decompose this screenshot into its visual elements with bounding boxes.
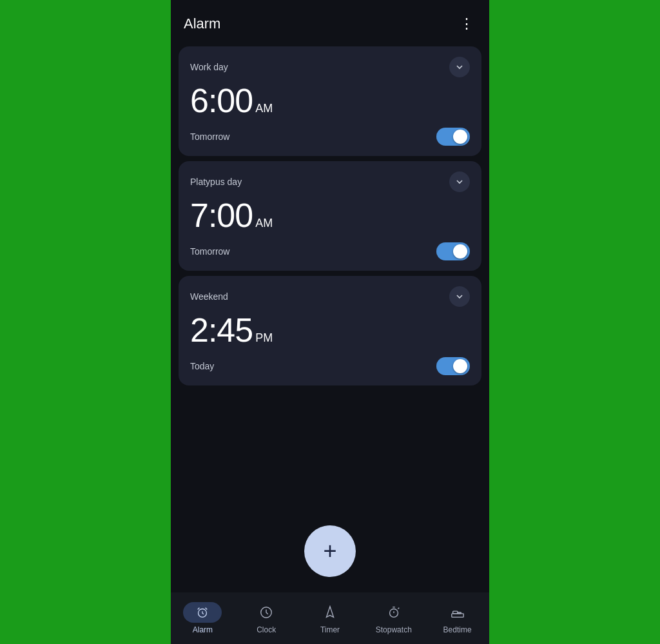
alarm-2-label: Platypus day (190, 177, 242, 187)
alarm-3-when: Today (190, 361, 214, 371)
alarm-1-footer: Tomorrow (190, 128, 470, 146)
alarm-3-toggle-knob (453, 359, 467, 373)
phone-screen: Alarm ⋮ Work day 6:00 AM Tomorrow (171, 0, 489, 644)
timer-icon (323, 605, 337, 620)
alarm-2-ampm: AM (255, 217, 273, 230)
tab-bedtime[interactable]: Bedtime (425, 602, 489, 634)
clock-tab-icon-wrap (247, 602, 286, 623)
alarm-1-ampm: AM (255, 102, 273, 115)
alarm-1-label: Work day (190, 62, 228, 72)
alarm-1-time-main: 6:00 (190, 81, 253, 120)
alarm-1-toggle-knob (453, 130, 467, 144)
tab-stopwatch[interactable]: Stopwatch (362, 602, 425, 634)
alarm-icon (195, 605, 209, 620)
timer-tab-icon-wrap (311, 602, 349, 623)
tab-clock[interactable]: Clock (235, 602, 298, 634)
alarm-card-1: Work day 6:00 AM Tomorrow (179, 46, 481, 156)
alarm-3-ampm: PM (255, 331, 273, 345)
svg-rect-9 (452, 611, 457, 614)
tab-stopwatch-label: Stopwatch (376, 625, 412, 634)
svg-line-1 (198, 608, 200, 610)
chevron-down-icon (454, 291, 465, 302)
chevron-down-icon (454, 177, 465, 187)
tab-alarm[interactable]: Alarm (171, 602, 235, 634)
alarm-1-toggle[interactable] (436, 128, 470, 146)
alarm-card-3: Weekend 2:45 PM Today (179, 276, 481, 385)
menu-button[interactable]: ⋮ (457, 13, 476, 35)
alarm-3-expand-button[interactable] (449, 286, 470, 307)
alarm-1-when: Tomorrow (190, 132, 229, 142)
app-header: Alarm ⋮ (171, 0, 489, 41)
tab-bedtime-label: Bedtime (443, 625, 472, 634)
tab-alarm-label: Alarm (193, 625, 213, 634)
chevron-down-icon (454, 62, 465, 72)
alarm-3-time: 2:45 PM (190, 311, 470, 349)
alarm-3-toggle[interactable] (436, 357, 470, 375)
alarm-3-time-main: 2:45 (190, 311, 253, 349)
page-title: Alarm (184, 15, 220, 32)
alarm-card-3-header: Weekend (190, 286, 470, 307)
alarm-2-expand-button[interactable] (449, 171, 470, 192)
tab-timer[interactable]: Timer (298, 602, 362, 634)
svg-rect-8 (451, 614, 463, 618)
alarm-2-time: 7:00 AM (190, 196, 470, 235)
alarm-1-expand-button[interactable] (449, 57, 470, 77)
tab-timer-label: Timer (320, 625, 340, 634)
stopwatch-icon (387, 605, 401, 620)
svg-marker-4 (326, 607, 333, 618)
fab-container: + (171, 515, 489, 592)
alarm-card-2: Platypus day 7:00 AM Tomorrow (179, 161, 481, 271)
alarm-2-toggle-knob (453, 244, 467, 259)
tab-clock-label: Clock (257, 625, 276, 634)
clock-icon (259, 605, 273, 620)
svg-line-2 (206, 608, 208, 610)
alarm-2-toggle[interactable] (436, 242, 470, 260)
svg-line-7 (398, 608, 399, 609)
bedtime-tab-icon-wrap (438, 602, 477, 623)
alarm-2-footer: Tomorrow (190, 242, 470, 260)
alarm-2-when: Tomorrow (190, 246, 229, 257)
bottom-navigation: Alarm Clock Timer (171, 592, 489, 644)
alarm-3-footer: Today (190, 357, 470, 375)
stopwatch-tab-icon-wrap (374, 602, 413, 623)
add-alarm-button[interactable]: + (304, 525, 356, 577)
alarm-1-time: 6:00 AM (190, 81, 470, 120)
alarm-3-label: Weekend (190, 291, 228, 302)
alarm-card-2-header: Platypus day (190, 171, 470, 192)
bedtime-icon (451, 605, 465, 620)
alarm-card-1-header: Work day (190, 57, 470, 77)
alarm-tab-icon-wrap (183, 602, 222, 623)
add-alarm-icon: + (323, 540, 336, 563)
alarm-2-time-main: 7:00 (190, 196, 253, 235)
svg-rect-10 (458, 612, 461, 614)
alarm-list: Work day 6:00 AM Tomorrow Pl (171, 41, 489, 515)
